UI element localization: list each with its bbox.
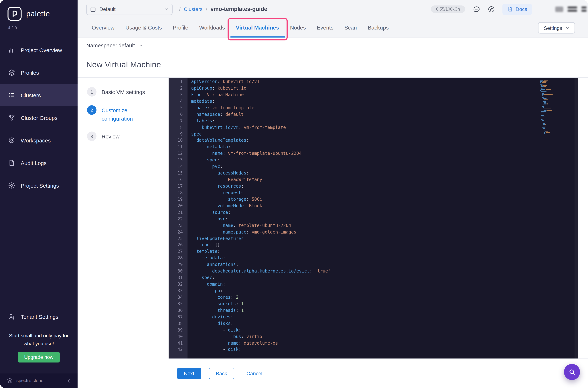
next-button[interactable]: Next <box>177 368 201 379</box>
line-number: 9 <box>169 131 187 138</box>
line-number: 18 <box>169 190 187 196</box>
line-number: 33 <box>169 288 187 294</box>
stepper: 1Basic VM settings2Customize configurati… <box>78 78 169 388</box>
minimap-line <box>540 98 563 99</box>
line-number: 20 <box>169 203 187 210</box>
minimap-line <box>540 127 563 128</box>
line-number: 10 <box>169 138 187 144</box>
brand[interactable]: palette <box>0 0 78 21</box>
line-number: 40 <box>169 334 187 340</box>
upgrade-button[interactable]: Upgrade now <box>18 352 60 363</box>
tab-profile[interactable]: Profile <box>167 18 194 38</box>
line-number: 22 <box>169 216 187 222</box>
minimap-line <box>540 132 563 133</box>
line-number: 23 <box>169 222 187 229</box>
tab-nodes[interactable]: Nodes <box>285 18 311 38</box>
minimap-line <box>540 114 563 115</box>
clusters-icon <box>8 92 15 99</box>
sidebar-item-label: Audit Logs <box>21 160 46 166</box>
minimap-line <box>540 134 563 134</box>
minimap-line <box>540 131 563 132</box>
sidebar-item-workspaces[interactable]: Workspaces <box>0 129 78 151</box>
back-button[interactable]: Back <box>209 368 234 379</box>
namespace-selector[interactable]: Namespace: default <box>86 42 143 48</box>
brand-name: palette <box>26 9 50 18</box>
step-label: Review <box>102 132 119 141</box>
sidebar-item-project-settings[interactable]: Project Settings <box>0 174 78 197</box>
code-line: 18 requests: <box>169 190 578 196</box>
minimap-line <box>540 128 563 129</box>
sidebar-item-audit-logs[interactable]: Audit Logs <box>0 151 78 174</box>
tab-workloads[interactable]: Workloads <box>194 18 230 38</box>
chevron-down-icon <box>164 7 169 11</box>
line-number: 11 <box>169 144 187 151</box>
code-line: 25 liveUpdateFeatures: <box>169 236 578 242</box>
sidebar-item-label: Clusters <box>21 92 41 98</box>
palette-logo-icon <box>7 7 22 21</box>
tab-virtual-machines[interactable]: Virtual Machines <box>230 18 285 38</box>
minimap-line <box>540 115 563 116</box>
chevron-down-icon <box>565 26 569 30</box>
code-line: 30 descheduler.alpha.kubernetes.io/evict… <box>169 268 578 275</box>
minimap-line <box>540 119 563 120</box>
usage-pill: 0.55/100kCh <box>431 5 465 13</box>
sidebar-item-profiles[interactable]: Profiles <box>0 61 78 84</box>
sidebar-item-project-overview[interactable]: Project Overview <box>0 39 78 61</box>
step-review[interactable]: 3Review <box>87 132 169 141</box>
step-basic-vm-settings[interactable]: 1Basic VM settings <box>87 87 169 97</box>
viewport: palette 4.2.9 Project OverviewProfilesCl… <box>0 0 588 388</box>
yaml-editor[interactable]: 1apiVersion: kubevirt.io/v12apiGroup: ku… <box>169 78 578 359</box>
line-number: 15 <box>169 170 187 177</box>
app-window: palette 4.2.9 Project OverviewProfilesCl… <box>0 0 588 388</box>
minimap-line <box>540 122 563 122</box>
tab-events[interactable]: Events <box>311 18 339 38</box>
code-line: 4metadata: <box>169 98 578 105</box>
line-number: 30 <box>169 268 187 275</box>
breadcrumb-current: vmo-templates-guide <box>210 6 267 12</box>
editor-minimap[interactable] <box>540 80 563 135</box>
minimap-line <box>540 113 563 113</box>
namespace-row: Namespace: default <box>78 38 588 52</box>
cancel-button[interactable]: Cancel <box>247 370 262 376</box>
tab-backups[interactable]: Backups <box>362 18 394 38</box>
breadcrumb: / Clusters / vmo-templates-guide <box>179 6 267 12</box>
version-label: 4.2.9 <box>8 25 78 30</box>
project-selector[interactable]: Default <box>86 3 173 15</box>
settings-button[interactable]: Settings <box>538 22 575 33</box>
breadcrumb-clusters-link[interactable]: Clusters <box>184 6 203 12</box>
collapse-sidebar-icon[interactable] <box>66 378 72 384</box>
line-number: 34 <box>169 294 187 301</box>
line-number: 8 <box>169 124 187 131</box>
sidebar-item-clusters[interactable]: Clusters <box>0 84 78 106</box>
tab-scan[interactable]: Scan <box>339 18 362 38</box>
page-title: New Virtual Machine <box>86 60 161 70</box>
minimap-line <box>540 86 563 87</box>
minimap-line <box>540 93 563 94</box>
docs-button-label: Docs <box>516 6 527 12</box>
compass-icon[interactable] <box>488 5 495 13</box>
minimap-line <box>540 123 563 124</box>
code-line: 2apiGroup: kubevirt.io <box>169 85 578 92</box>
chat-icon[interactable] <box>473 5 480 13</box>
line-number: 17 <box>169 183 187 190</box>
minimap-line <box>540 110 563 111</box>
code-line: 41 name: datavolume-os <box>169 340 578 347</box>
line-number: 37 <box>169 314 187 321</box>
step-number: 2 <box>87 105 96 115</box>
minimap-line <box>540 129 563 130</box>
minimap-line <box>540 102 563 103</box>
tab-overview[interactable]: Overview <box>86 18 120 38</box>
footer-brand: spectro cloud <box>16 378 44 383</box>
step-customize-configuration[interactable]: 2Customize configuration <box>87 105 169 123</box>
sidebar-item-cluster-groups[interactable]: Cluster Groups <box>0 106 78 129</box>
tab-usage-costs[interactable]: Usage & Costs <box>120 18 167 38</box>
code-line: 34 cores: 2 <box>169 294 578 301</box>
search-fab[interactable] <box>564 364 580 380</box>
editor-column: 1apiVersion: kubevirt.io/v12apiGroup: ku… <box>169 78 588 388</box>
sidebar-item-tenant-settings[interactable]: Tenant Settings <box>0 306 78 327</box>
code-line: 37 devices: <box>169 314 578 321</box>
code-line: 13 spec: <box>169 157 578 164</box>
docs-button[interactable]: Docs <box>502 3 532 15</box>
breadcrumb-separator: / <box>179 6 181 12</box>
minimap-line <box>540 105 563 105</box>
